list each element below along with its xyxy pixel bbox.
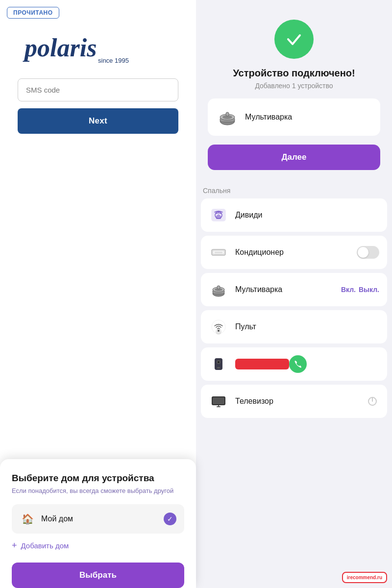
device-name-dividi: Дивиди — [235, 211, 379, 220]
speaker2-icon — [209, 354, 228, 374]
phone-icon[interactable] — [289, 355, 307, 373]
home-icon: 🏠 — [20, 511, 35, 527]
read-badge: ПРОЧИТАНО — [7, 7, 59, 19]
multicooker-icon — [209, 280, 228, 299]
list-item[interactable]: Мультиварка Вкл. Выкл. — [201, 273, 387, 306]
plus-icon: + — [12, 540, 17, 551]
svg-text:since 1995: since 1995 — [98, 57, 129, 64]
add-home-button[interactable]: + Добавить дом — [12, 540, 69, 551]
home-option[interactable]: 🏠 Мой дом ✓ — [12, 504, 184, 534]
success-subtitle: Добавлено 1 устройство — [255, 82, 333, 90]
sms-input[interactable] — [18, 78, 178, 101]
multicooker-onoff: Вкл. Выкл. — [341, 286, 379, 294]
list-item[interactable] — [201, 347, 387, 381]
connected-device-name: Мультиварка — [245, 113, 292, 122]
remote-icon — [209, 317, 228, 337]
ac-toggle[interactable] — [357, 246, 379, 259]
redacted-device-name — [235, 359, 289, 369]
home-name: Мой дом — [41, 514, 164, 523]
list-item[interactable]: Телевизор — [201, 385, 387, 418]
list-item[interactable]: Дивиди — [201, 198, 387, 232]
success-section: Устройство подключено! Добавлено 1 устро… — [196, 0, 392, 182]
connected-device-card: Мультиварка — [208, 98, 380, 136]
choose-home-subtitle: Если понадобится, вы всегда сможете выбр… — [12, 487, 184, 495]
speaker-icon — [209, 205, 228, 225]
choose-button[interactable]: Выбрать — [12, 563, 184, 588]
svg-rect-6 — [226, 112, 229, 116]
success-circle — [274, 20, 314, 59]
off-label[interactable]: Выкл. — [359, 286, 379, 294]
home-check-icon: ✓ — [164, 513, 176, 525]
polaris-logo: polaris since 1995 — [20, 29, 132, 64]
add-home-label: Добавить дом — [21, 541, 69, 550]
choose-home-card: Выберите дом для устройства Если понадоб… — [0, 459, 196, 588]
svg-text:polaris: polaris — [23, 34, 97, 62]
list-item[interactable]: Пульт — [201, 310, 387, 343]
svg-rect-29 — [218, 405, 219, 407]
svg-rect-25 — [217, 367, 220, 368]
device-name-tv: Телевизор — [235, 397, 366, 406]
devices-section: Спальня Дивиди — [196, 182, 392, 588]
dalee-button[interactable]: Далее — [208, 145, 380, 170]
right-panel: Устройство подключено! Добавлено 1 устро… — [196, 0, 392, 588]
list-item[interactable]: Кондиционер — [201, 236, 387, 269]
device-name-ac: Кондиционер — [235, 248, 357, 257]
device-name-multicooker: Мультиварка — [235, 285, 341, 294]
svg-point-24 — [218, 361, 220, 363]
tv-power-button[interactable] — [366, 394, 379, 408]
next-button[interactable]: Next — [18, 108, 178, 134]
svg-rect-27 — [213, 397, 224, 404]
svg-point-9 — [218, 211, 220, 213]
success-title: Устройство подключено! — [233, 68, 355, 79]
device-name-remote: Пульт — [235, 322, 379, 331]
ac-icon — [209, 243, 228, 262]
on-label[interactable]: Вкл. — [341, 286, 356, 294]
cooker-icon — [217, 106, 238, 128]
svg-point-21 — [216, 329, 221, 335]
tv-icon — [209, 392, 228, 411]
choose-home-title: Выберите дом для устройства — [12, 473, 184, 484]
irecommend-badge: irecommend.ru — [342, 572, 387, 583]
room-label: Спальня — [201, 187, 387, 195]
svg-rect-18 — [217, 286, 220, 289]
